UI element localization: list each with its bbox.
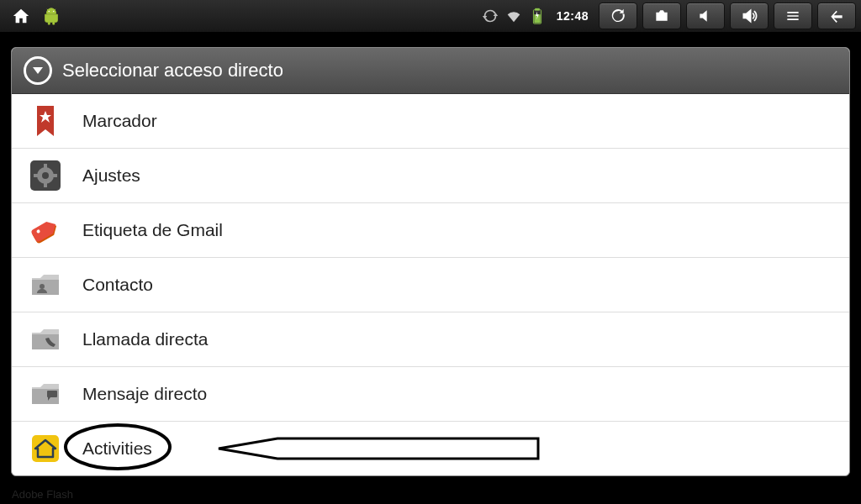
dialog-title-text: Seleccionar acceso directo bbox=[62, 60, 283, 81]
shortcut-list: Marcador Ajustes Etiqueta de Gmail Conta… bbox=[12, 94, 849, 475]
list-item-mensaje-directo[interactable]: Mensaje directo bbox=[12, 367, 849, 422]
clock: 12:48 bbox=[557, 9, 589, 23]
settings-icon bbox=[27, 157, 64, 194]
list-item-label: Llamada directa bbox=[82, 329, 208, 349]
android-icon bbox=[42, 7, 61, 25]
svg-rect-3 bbox=[535, 8, 540, 11]
list-item-ajustes[interactable]: Ajustes bbox=[12, 149, 849, 203]
svg-rect-11 bbox=[52, 174, 57, 177]
back-button[interactable] bbox=[817, 3, 856, 29]
dialog-backdrop: Seleccionar acceso directo Marcador Ajus… bbox=[0, 32, 861, 504]
volume-down-button[interactable] bbox=[686, 3, 725, 29]
contact-folder-icon bbox=[27, 266, 64, 303]
camera-button[interactable] bbox=[642, 3, 681, 29]
status-bar: 12:48 bbox=[0, 0, 861, 32]
svg-point-1 bbox=[53, 11, 54, 12]
wifi-icon bbox=[504, 7, 523, 25]
message-folder-icon bbox=[27, 375, 64, 412]
dialog-title-bar: Seleccionar acceso directo bbox=[12, 48, 849, 94]
menu-button[interactable] bbox=[774, 3, 812, 29]
list-item-label: Contacto bbox=[82, 275, 153, 295]
shortcut-picker-dialog: Seleccionar acceso directo Marcador Ajus… bbox=[11, 47, 850, 476]
dropdown-circle-icon bbox=[24, 56, 52, 85]
list-item-label: Mensaje directo bbox=[82, 384, 207, 404]
home-icon[interactable] bbox=[12, 7, 30, 25]
list-item-llamada-directa[interactable]: Llamada directa bbox=[12, 312, 849, 367]
svg-rect-14 bbox=[47, 391, 57, 397]
list-item-label: Activities bbox=[82, 438, 152, 459]
svg-rect-8 bbox=[44, 164, 47, 169]
svg-rect-9 bbox=[44, 182, 47, 187]
svg-point-13 bbox=[40, 284, 45, 289]
list-item-etiqueta-gmail[interactable]: Etiqueta de Gmail bbox=[12, 203, 849, 258]
svg-point-7 bbox=[42, 172, 49, 179]
battery-icon bbox=[528, 7, 547, 25]
activities-home-icon bbox=[27, 430, 64, 467]
phone-folder-icon bbox=[27, 321, 64, 358]
volume-up-button[interactable] bbox=[730, 3, 769, 29]
list-item-label: Marcador bbox=[82, 111, 157, 131]
list-item-contacto[interactable]: Contacto bbox=[12, 258, 849, 312]
svg-rect-10 bbox=[34, 174, 39, 177]
list-item-marcador[interactable]: Marcador bbox=[12, 94, 849, 149]
list-item-activities[interactable]: Activities bbox=[12, 422, 849, 475]
sync-small-icon bbox=[481, 7, 499, 25]
gmail-tag-icon bbox=[27, 212, 64, 249]
list-item-label: Ajustes bbox=[82, 165, 140, 186]
bookmark-icon bbox=[27, 102, 64, 139]
list-item-label: Etiqueta de Gmail bbox=[82, 220, 223, 240]
svg-point-0 bbox=[49, 11, 50, 12]
refresh-button[interactable] bbox=[599, 3, 637, 29]
